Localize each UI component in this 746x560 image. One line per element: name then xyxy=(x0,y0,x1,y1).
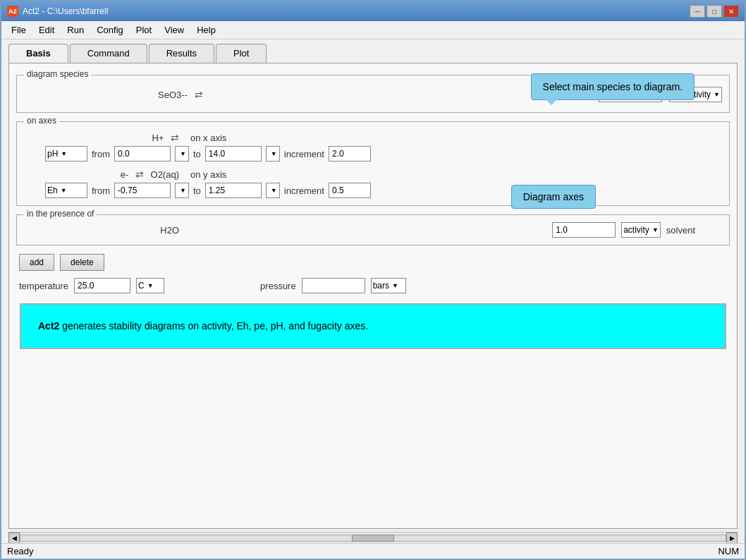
tabs-container: Basis Command Results Plot xyxy=(1,39,745,63)
x-species: H+ xyxy=(152,133,164,143)
menu-bar: File Edit Run Config Plot View Help xyxy=(1,21,745,39)
section-on-axes-label: on axes xyxy=(24,116,59,126)
temperature-label: temperature xyxy=(19,281,68,291)
x-from-dropdown[interactable]: ▼ xyxy=(175,146,189,162)
presence-value-input[interactable] xyxy=(552,222,616,238)
tab-command[interactable]: Command xyxy=(70,44,147,63)
info-box-text: generates stability diagrams on activity… xyxy=(59,320,368,331)
close-button[interactable]: ✕ xyxy=(723,5,739,18)
x-increment-input[interactable] xyxy=(329,146,371,162)
title-bar: A2 Act2 - C:\Users\bfarrell ─ □ ✕ xyxy=(1,1,745,21)
status-bar: Ready NUM xyxy=(1,543,745,559)
callout-species-text: Select main species to diagram. xyxy=(543,81,683,92)
scrollbar-left-button[interactable]: ◀ xyxy=(8,532,20,544)
menu-view[interactable]: View xyxy=(159,23,190,37)
y-from-label: from xyxy=(92,185,110,196)
tab-results[interactable]: Results xyxy=(149,44,214,63)
x-to-label: to xyxy=(193,149,201,159)
tab-basis[interactable]: Basis xyxy=(8,44,68,63)
menu-config[interactable]: Config xyxy=(91,23,129,37)
scrollbar-right-button[interactable]: ▶ xyxy=(726,532,738,544)
pressure-input[interactable] xyxy=(302,278,365,293)
status-text: Ready xyxy=(7,546,34,556)
y-increment-input[interactable] xyxy=(329,183,371,198)
swap-y-button[interactable]: ⇄ xyxy=(135,169,144,180)
y-increment-label: increment xyxy=(284,185,324,196)
tab-plot[interactable]: Plot xyxy=(216,44,267,63)
section-in-presence: in the presence of H2O activity ▼ solven… xyxy=(16,214,730,245)
add-button[interactable]: add xyxy=(19,254,54,271)
y-axis-label: on y axis xyxy=(190,169,226,180)
y-species2: O2(aq) xyxy=(151,169,179,180)
menu-run[interactable]: Run xyxy=(61,23,90,37)
main-window: A2 Act2 - C:\Users\bfarrell ─ □ ✕ File E… xyxy=(0,0,746,560)
delete-button[interactable]: delete xyxy=(60,254,104,271)
window-title: Act2 - C:\Users\bfarrell xyxy=(23,6,108,16)
y-to-dropdown[interactable]: ▼ xyxy=(266,183,280,198)
y-to-input[interactable] xyxy=(205,183,262,198)
pressure-label: pressure xyxy=(260,281,296,291)
pressure-unit-dropdown[interactable]: bars ▼ xyxy=(371,278,406,293)
x-from-label: from xyxy=(92,149,110,159)
app-icon: A2 xyxy=(7,6,18,17)
callout-axes: Diagram axes xyxy=(511,185,596,209)
section-diagram-species-label: diagram species xyxy=(24,69,91,79)
swap-x-button[interactable]: ⇄ xyxy=(171,132,179,143)
scrollbar-thumb[interactable] xyxy=(352,535,394,542)
x-increment-label: increment xyxy=(284,149,324,159)
add-delete-container: add delete xyxy=(9,250,737,275)
menu-file[interactable]: File xyxy=(6,23,32,37)
species-name: SeO3-- xyxy=(158,90,188,100)
status-num: NUM xyxy=(718,546,739,556)
presence-type-label: solvent xyxy=(666,225,695,236)
presence-species: H2O xyxy=(160,225,179,236)
y-from-dropdown[interactable]: ▼ xyxy=(175,183,189,198)
scrollbar-area: ◀ ▶ xyxy=(8,532,738,543)
scrollbar-track xyxy=(20,535,726,542)
x-to-input[interactable] xyxy=(205,146,262,162)
section-on-axes: on axes H+ ⇄ on x axis pH ▼ from ▼ xyxy=(16,121,730,206)
x-axis-label: on x axis xyxy=(190,133,226,143)
menu-edit[interactable]: Edit xyxy=(33,23,60,37)
y-species1: e- xyxy=(121,169,129,180)
y-to-label: to xyxy=(193,185,201,196)
info-box-bold: Act2 xyxy=(38,320,59,331)
window-controls: ─ □ ✕ xyxy=(690,5,739,18)
title-bar-left: A2 Act2 - C:\Users\bfarrell xyxy=(7,6,108,17)
menu-help[interactable]: Help xyxy=(191,23,221,37)
info-box: Act2 generates stability diagrams on act… xyxy=(20,303,726,349)
content-area: Select main species to diagram. diagram … xyxy=(8,63,738,529)
presence-activity-dropdown[interactable]: activity ▼ xyxy=(621,222,661,238)
swap-species-button[interactable]: ⇄ xyxy=(195,89,203,100)
temperature-input[interactable] xyxy=(74,278,130,293)
menu-plot[interactable]: Plot xyxy=(130,23,157,37)
callout-species: Select main species to diagram. xyxy=(531,73,695,100)
maximize-button[interactable]: □ xyxy=(707,5,722,18)
y-axis-dropdown[interactable]: Eh ▼ xyxy=(45,183,87,198)
minimize-button[interactable]: ─ xyxy=(690,5,705,18)
x-to-dropdown[interactable]: ▼ xyxy=(266,146,280,162)
temp-pressure-row: temperature C ▼ pressure bars ▼ xyxy=(9,275,737,296)
y-from-input[interactable] xyxy=(114,183,171,198)
temperature-unit-dropdown[interactable]: C ▼ xyxy=(136,278,164,293)
x-axis-dropdown[interactable]: pH ▼ xyxy=(45,146,87,162)
callout-axes-text: Diagram axes xyxy=(523,191,584,202)
section-in-presence-label: in the presence of xyxy=(24,209,97,219)
x-from-input[interactable] xyxy=(114,146,171,162)
